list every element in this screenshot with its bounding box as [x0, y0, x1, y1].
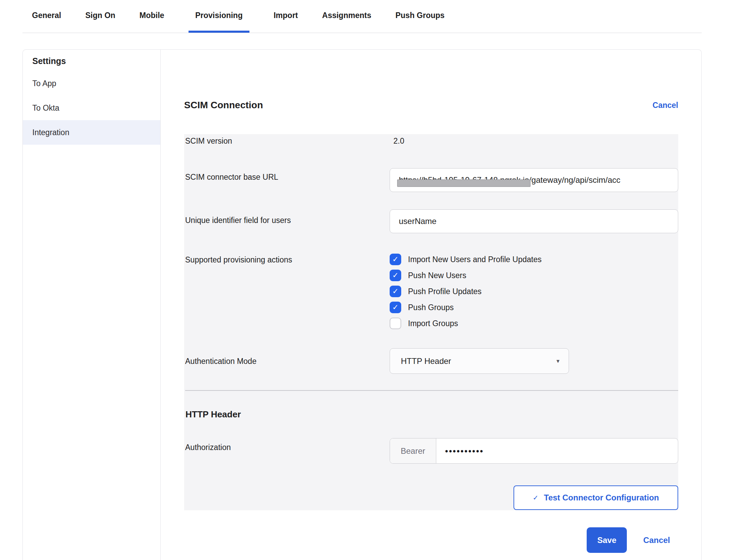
sidebar-item-to-app[interactable]: To App	[23, 71, 160, 96]
checkbox-push-groups[interactable]: ✓	[390, 302, 401, 313]
checkbox-row-push-groups[interactable]: ✓ Push Groups	[390, 302, 678, 313]
authentication-mode-select[interactable]: HTTP Header ▼	[390, 348, 569, 374]
tab-import[interactable]: Import	[274, 0, 298, 33]
scim-form-panel: SCIM version 2.0 SCIM connector base URL…	[184, 134, 678, 510]
base-url-input[interactable]: https://b5bd-195-19-67-148.ngrok.io /gat…	[390, 168, 678, 192]
scim-version-row: SCIM version 2.0	[185, 136, 678, 146]
check-icon: ✓	[392, 256, 398, 263]
sidebar-items: To App To Okta Integration	[23, 71, 160, 145]
checkbox-import-groups[interactable]	[390, 318, 401, 329]
tab-provisioning[interactable]: Provisioning	[189, 0, 249, 33]
check-icon: ✓	[392, 272, 398, 279]
unique-identifier-label: Unique identifier field for users	[185, 209, 390, 225]
heading-row: SCIM Connection Cancel	[184, 100, 678, 110]
provisioning-actions-row: Supported provisioning actions ✓ Import …	[185, 254, 678, 329]
check-icon: ✓	[392, 288, 398, 295]
test-connector-configuration-button[interactable]: ✓ Test Connector Configuration	[514, 485, 678, 510]
sidebar-title: Settings	[32, 56, 160, 66]
authorization-token-input[interactable]: ••••••••••	[436, 438, 678, 463]
checkbox-row-import-new-users[interactable]: ✓ Import New Users and Profile Updates	[390, 254, 678, 265]
tab-assignments[interactable]: Assignments	[322, 0, 371, 33]
checkbox-row-push-new-users[interactable]: ✓ Push New Users	[390, 270, 678, 281]
http-header-section-title: HTTP Header	[185, 410, 678, 419]
authentication-mode-label: Authentication Mode	[185, 348, 390, 366]
sidebar-item-to-okta[interactable]: To Okta	[23, 96, 160, 120]
main-content: SCIM Connection Cancel SCIM version 2.0 …	[161, 50, 701, 560]
check-icon: ✓	[392, 304, 398, 311]
authorization-row: Authorization Bearer ••••••••••	[185, 438, 678, 464]
page-title: SCIM Connection	[184, 100, 263, 110]
checkbox-import-new-users[interactable]: ✓	[390, 254, 401, 265]
scim-version-value: 2.0	[390, 136, 678, 146]
section-divider	[185, 390, 678, 391]
test-connector-row: ✓ Test Connector Configuration	[185, 485, 678, 510]
base-url-redacted-segment: https://b5bd-195-19-67-148.ngrok.io	[399, 169, 529, 192]
test-connector-button-label: Test Connector Configuration	[544, 493, 659, 502]
scim-version-label: SCIM version	[185, 136, 390, 146]
checkbox-row-push-profile-updates[interactable]: ✓ Push Profile Updates	[390, 286, 678, 297]
tab-sign-on[interactable]: Sign On	[85, 0, 115, 33]
settings-sidebar: Settings To App To Okta Integration	[23, 50, 161, 560]
checkbox-row-import-groups[interactable]: Import Groups	[390, 318, 678, 329]
provisioning-actions-label: Supported provisioning actions	[185, 254, 390, 265]
authorization-label: Authorization	[185, 438, 390, 452]
check-icon: ✓	[533, 494, 539, 502]
chevron-down-icon: ▼	[555, 358, 560, 364]
base-url-row: SCIM connector base URL https://b5bd-195…	[185, 168, 678, 192]
checkbox-label: Push Groups	[408, 303, 454, 312]
tab-general[interactable]: General	[32, 0, 61, 33]
checkbox-label: Push Profile Updates	[408, 287, 482, 296]
authorization-input-group: Bearer ••••••••••	[390, 438, 678, 464]
tab-push-groups[interactable]: Push Groups	[395, 0, 444, 33]
checkbox-label: Import New Users and Profile Updates	[408, 255, 541, 264]
save-button[interactable]: Save	[587, 527, 627, 553]
tab-mobile[interactable]: Mobile	[140, 0, 164, 33]
unique-identifier-row: Unique identifier field for users userNa…	[185, 209, 678, 233]
authentication-mode-row: Authentication Mode HTTP Header ▼	[185, 348, 678, 374]
redaction-bar	[397, 179, 531, 187]
form-footer: Save Cancel	[184, 527, 678, 553]
cancel-link-bottom[interactable]: Cancel	[643, 535, 670, 545]
checkbox-push-profile-updates[interactable]: ✓	[390, 286, 401, 297]
bearer-prefix: Bearer	[390, 438, 436, 463]
unique-identifier-input[interactable]: userName	[390, 209, 678, 233]
cancel-link-top[interactable]: Cancel	[653, 101, 678, 110]
base-url-label: SCIM connector base URL	[185, 168, 390, 182]
checkbox-label: Import Groups	[408, 319, 458, 328]
checkbox-push-new-users[interactable]: ✓	[390, 270, 401, 281]
provisioning-actions-list: ✓ Import New Users and Profile Updates ✓…	[390, 254, 678, 329]
base-url-visible-suffix: /gateway/ng/api/scim/acc	[529, 175, 620, 185]
sidebar-item-integration[interactable]: Integration	[23, 120, 160, 145]
provisioning-card: Settings To App To Okta Integration SCIM…	[22, 49, 702, 560]
app-tab-bar: General Sign On Mobile Provisioning Impo…	[22, 0, 702, 33]
authentication-mode-value: HTTP Header	[401, 356, 451, 366]
checkbox-label: Push New Users	[408, 271, 466, 280]
